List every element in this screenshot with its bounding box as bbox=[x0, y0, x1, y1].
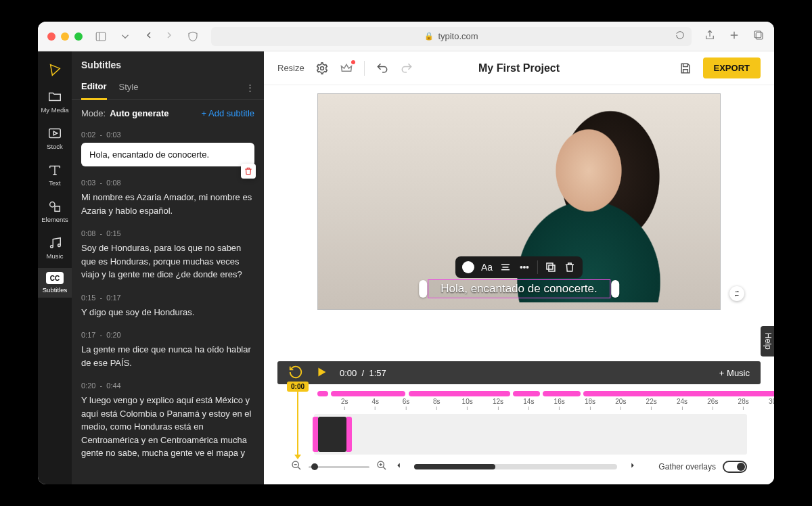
add-music-button[interactable]: + Music bbox=[719, 368, 750, 378]
rail-elements[interactable]: Elements bbox=[38, 195, 72, 227]
timeline-segment[interactable] bbox=[583, 391, 774, 396]
svg-marker-6 bbox=[51, 65, 60, 76]
resize-handle-right[interactable] bbox=[611, 280, 619, 298]
align-icon[interactable] bbox=[499, 261, 512, 273]
app-window: 🔒 typito.com My Media Stock bbox=[38, 22, 774, 484]
duplicate-icon[interactable] bbox=[545, 261, 557, 273]
resize-handle-left[interactable] bbox=[419, 280, 427, 298]
subtitle-entry[interactable]: 0:15 - 0:17 Y digo que soy de Honduras. bbox=[78, 290, 257, 327]
maximize-window-button[interactable] bbox=[74, 32, 83, 41]
new-tab-icon[interactable] bbox=[728, 29, 740, 44]
ruler-tick: 30s bbox=[769, 398, 774, 410]
back-button[interactable] bbox=[143, 30, 154, 43]
tab-style[interactable]: Style bbox=[119, 76, 139, 99]
subtitle-text: Soy de Honduras, para los que no saben q… bbox=[81, 242, 254, 281]
ruler-tick: 14s bbox=[523, 398, 534, 410]
shield-icon[interactable] bbox=[187, 30, 199, 43]
project-title[interactable]: My First Project bbox=[478, 62, 560, 74]
url-bar[interactable]: 🔒 typito.com bbox=[211, 27, 692, 46]
refresh-icon[interactable] bbox=[675, 30, 685, 42]
panel-title: Subtitles bbox=[72, 51, 264, 76]
zoom-in-button[interactable] bbox=[376, 460, 387, 474]
crown-icon[interactable] bbox=[340, 62, 353, 75]
subtitles-list: 0:02 - 0:03 Hola, encantado de conocerte… bbox=[72, 127, 264, 484]
resize-button[interactable]: Resize bbox=[277, 63, 304, 73]
timeline-segment[interactable] bbox=[331, 391, 405, 396]
forward-button[interactable] bbox=[164, 30, 175, 43]
delete-subtitle-button[interactable] bbox=[241, 164, 256, 179]
chevron-down-icon[interactable] bbox=[119, 30, 131, 43]
timeline-clip[interactable] bbox=[318, 417, 346, 452]
playhead[interactable]: 0:00 bbox=[287, 382, 309, 459]
zoom-out-button[interactable] bbox=[291, 460, 302, 474]
settings-icon[interactable] bbox=[315, 62, 329, 75]
rail-text[interactable]: Text bbox=[38, 158, 72, 191]
tabs-icon[interactable] bbox=[752, 29, 765, 44]
save-icon[interactable] bbox=[679, 62, 692, 75]
preview-area: Aa Hola, encantado de conocerte. Hel bbox=[264, 85, 774, 484]
font-button[interactable]: Aa bbox=[481, 262, 493, 273]
rail-main[interactable] bbox=[38, 58, 72, 81]
delete-caption-icon[interactable] bbox=[564, 261, 576, 273]
timeline-controls: Gather overlays bbox=[291, 460, 747, 478]
caption-overlay[interactable]: Hola, encantado de conocerte. bbox=[428, 279, 610, 298]
ruler-tick: 26s bbox=[707, 398, 718, 410]
rail-label: Stock bbox=[47, 143, 63, 150]
subtitle-entry[interactable]: 0:03 - 0:08 Mi nombre es Azaria Amador, … bbox=[78, 175, 257, 225]
subtitle-entry[interactable]: 0:17 - 0:20 La gente me dice que nunca h… bbox=[78, 327, 257, 377]
tab-menu-icon[interactable]: ⋮ bbox=[246, 83, 254, 93]
subtitle-entry[interactable]: 0:02 - 0:03 Hola, encantado de conocerte… bbox=[78, 127, 257, 175]
share-icon[interactable] bbox=[704, 29, 716, 44]
rail-music[interactable]: Music bbox=[38, 231, 72, 264]
mode-value[interactable]: Auto generate bbox=[110, 108, 168, 118]
svg-rect-4 bbox=[756, 32, 763, 39]
subtitle-text-input[interactable]: Hola, encantado de conocerte. bbox=[81, 143, 254, 166]
undo-button[interactable] bbox=[376, 62, 389, 75]
help-tab[interactable]: Help bbox=[761, 326, 774, 356]
color-swatch[interactable] bbox=[462, 261, 474, 273]
timeline-track[interactable] bbox=[314, 414, 747, 455]
ruler-tick: 6s bbox=[403, 398, 410, 410]
redo-button[interactable] bbox=[400, 62, 413, 75]
svg-line-27 bbox=[383, 467, 386, 469]
export-button[interactable]: EXPORT bbox=[703, 58, 761, 78]
zoom-slider[interactable] bbox=[309, 466, 369, 468]
subtitle-text: Y luego vengo y explico aquí está México… bbox=[81, 394, 254, 460]
svg-rect-5 bbox=[754, 31, 761, 38]
more-icon[interactable] bbox=[518, 261, 531, 273]
rail-subtitles[interactable]: CC Subtitles bbox=[38, 268, 72, 298]
add-subtitle-button[interactable]: + Add subtitle bbox=[202, 108, 254, 118]
rail-label: Music bbox=[47, 252, 64, 260]
panel-tabs: Editor Style ⋮ bbox=[72, 76, 264, 100]
subtitle-text: Mi nombre es Azaria Amador, mi nombre es… bbox=[81, 191, 254, 217]
video-preview[interactable]: Aa Hola, encantado de conocerte. bbox=[317, 93, 721, 310]
timeline-segment[interactable] bbox=[543, 391, 581, 396]
playbar: 0:00 / 1:57 + Music bbox=[277, 361, 761, 384]
tab-editor[interactable]: Editor bbox=[81, 76, 107, 100]
rail-mymedia[interactable]: My Media bbox=[38, 85, 72, 118]
subtitle-times: 0:17 - 0:20 bbox=[81, 331, 254, 343]
rail-stock[interactable]: Stock bbox=[38, 122, 72, 154]
svg-rect-21 bbox=[547, 263, 553, 269]
timeline-segment[interactable] bbox=[317, 391, 328, 396]
ruler-tick: 12s bbox=[493, 398, 503, 410]
play-button[interactable] bbox=[314, 365, 329, 382]
ruler-tick: 24s bbox=[677, 398, 687, 410]
swap-icon[interactable] bbox=[729, 286, 744, 301]
timeline-scrollbar[interactable] bbox=[414, 464, 617, 469]
minimize-window-button[interactable] bbox=[61, 32, 69, 41]
svg-marker-30 bbox=[397, 463, 400, 468]
gather-overlays-toggle[interactable] bbox=[723, 461, 747, 473]
timeline-segment[interactable] bbox=[409, 391, 510, 396]
close-window-button[interactable] bbox=[47, 32, 55, 41]
subtitle-times: 0:20 - 0:44 bbox=[81, 382, 254, 394]
timeline-segment[interactable] bbox=[513, 391, 540, 396]
subtitle-entry[interactable]: 0:20 - 0:44 Y luego vengo y explico aquí… bbox=[78, 377, 257, 468]
subtitle-times: 0:08 - 0:15 bbox=[81, 229, 254, 242]
scroll-right-button[interactable] bbox=[628, 461, 637, 473]
subtitle-entry[interactable]: 0:08 - 0:15 Soy de Honduras, para los qu… bbox=[78, 225, 257, 290]
scroll-left-button[interactable] bbox=[394, 461, 403, 473]
rewind-button[interactable] bbox=[288, 365, 303, 382]
sidebar-toggle-icon[interactable] bbox=[95, 30, 107, 43]
caption-toolbar: Aa bbox=[455, 256, 583, 278]
